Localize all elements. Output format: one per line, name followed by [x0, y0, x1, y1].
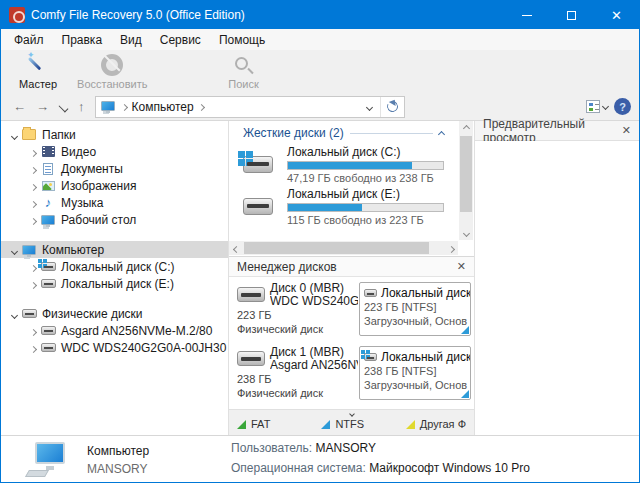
tree-section-computer[interactable]: Компьютер	[1, 241, 228, 258]
disk-row-0[interactable]: Диск 0 (MBR) WDC WDS240G2G0 223 ГБ Физич…	[235, 282, 468, 336]
hard-disks-header[interactable]: Жесткие диски (2)	[243, 126, 344, 140]
history-chevron-icon[interactable]	[55, 102, 72, 112]
scroll-up-icon[interactable]	[459, 121, 473, 135]
menu-help[interactable]: Помощь	[210, 30, 274, 50]
close-icon[interactable]: ✕	[622, 124, 631, 137]
chevron-collapsed-icon[interactable]	[26, 179, 40, 193]
tree-item-label[interactable]: Музыка	[61, 196, 103, 210]
tree-item-pictures[interactable]: Изображения	[1, 177, 228, 194]
tree-item-documents[interactable]: Документы	[1, 160, 228, 177]
folder-icon	[21, 128, 37, 142]
scroll-right-icon[interactable]	[444, 241, 458, 255]
tree-item-label[interactable]: Видео	[61, 145, 96, 159]
tree-item-music[interactable]: ♪ Музыка	[1, 194, 228, 211]
chevron-collapsed-icon[interactable]	[26, 341, 40, 355]
chevron-expanded-icon[interactable]	[7, 307, 21, 321]
menu-file[interactable]: Файл	[5, 30, 53, 50]
view-options-caret-icon	[602, 103, 609, 110]
wizard-button[interactable]: Мастер	[9, 51, 67, 92]
breadcrumb[interactable]: Компьютер	[132, 100, 194, 114]
tree-section-label[interactable]: Папки	[42, 128, 76, 142]
partition-size: 238 ГБ [NTFS]	[364, 364, 466, 378]
collapse-legend-icon[interactable]	[338, 410, 366, 417]
drive-free-space: 115 ГБ свободно из 223 ГБ	[287, 214, 444, 226]
menu-edit[interactable]: Правка	[53, 30, 112, 50]
partition-name: Локальный диск (	[381, 286, 471, 300]
other-fs-color-swatch	[406, 420, 415, 429]
vertical-scrollbar[interactable]	[459, 121, 473, 240]
menu-service[interactable]: Сервис	[151, 30, 210, 50]
tree-item-label[interactable]: Локальный диск (E:)	[61, 277, 174, 291]
scrollbar-thumb[interactable]	[244, 242, 429, 254]
tree-item-label[interactable]: WDC WDS240G2G0A-00JH30	[61, 341, 226, 355]
disk-row-1[interactable]: Диск 1 (MBR) Asgard AN256NVM 238 ГБ Физи…	[235, 346, 468, 400]
close-icon[interactable]: ✕	[457, 260, 466, 273]
up-icon[interactable]: ↑	[74, 99, 89, 114]
tree-section-label[interactable]: Физические диски	[42, 307, 143, 321]
ntfs-corner-marker	[461, 326, 469, 334]
tree-section-folders[interactable]: Папки	[1, 126, 228, 143]
disk-type: Физический диск	[237, 322, 359, 336]
recover-button-label: Восстановить	[77, 78, 147, 90]
preview-content	[475, 141, 639, 435]
tree-section-label[interactable]: Компьютер	[42, 243, 104, 257]
chevron-collapsed-icon[interactable]	[26, 196, 40, 210]
partition-box-1[interactable]: Локальный диск ( 238 ГБ [NTFS] Загрузочн…	[359, 346, 471, 400]
horizontal-scrollbar[interactable]	[229, 241, 458, 255]
chevron-expanded-icon[interactable]	[7, 128, 21, 142]
scroll-down-icon[interactable]	[459, 226, 473, 240]
chevron-collapsed-icon[interactable]	[26, 324, 40, 338]
drive-item-e[interactable]: Локальный диск (E:) 115 ГБ свободно из 2…	[229, 186, 444, 226]
tree-item-label[interactable]: Рабочий стол	[61, 213, 136, 227]
tree-item-physical-disk-asgard[interactable]: Asgard AN256NVMe-M.2/80	[1, 322, 228, 339]
forward-icon[interactable]: →	[32, 99, 53, 114]
tree-section-physical-disks[interactable]: Физические диски	[1, 305, 228, 322]
computer-icon	[27, 442, 67, 478]
tree-item-label[interactable]: Изображения	[61, 179, 136, 193]
tree-item-desktop[interactable]: Рабочий стол	[1, 211, 228, 228]
back-icon[interactable]: ←	[9, 99, 30, 114]
tree-item-label[interactable]: Документы	[61, 162, 123, 176]
pictures-icon	[40, 179, 56, 193]
tree-item-physical-disk-wdc[interactable]: WDC WDS240G2G0A-00JH30	[1, 339, 228, 356]
tree-item-video[interactable]: Видео	[1, 143, 228, 160]
chevron-expanded-icon[interactable]	[7, 243, 21, 257]
minimize-button[interactable]	[504, 1, 549, 29]
partition-size: 223 ГБ [NTFS]	[364, 300, 466, 314]
legend-other: Другая Ф	[406, 418, 466, 430]
maximize-button[interactable]	[549, 1, 594, 29]
title-bar: Comfy File Recovery 5.0 (Office Edition)…	[1, 1, 639, 29]
tree-item-disk-c[interactable]: Локальный диск (C:)	[1, 258, 228, 275]
partition-flags: Загрузочный, Основ	[364, 314, 466, 328]
partition-box-0[interactable]: Локальный диск ( 223 ГБ [NTFS] Загрузочн…	[359, 282, 471, 336]
chevron-collapsed-icon[interactable]	[26, 213, 40, 227]
refresh-icon[interactable]	[380, 97, 404, 117]
collapse-section-icon[interactable]	[439, 126, 444, 140]
address-dropdown-icon[interactable]	[360, 101, 380, 112]
close-button[interactable]: ✕	[594, 1, 639, 29]
tree-item-label[interactable]: Asgard AN256NVMe-M.2/80	[61, 324, 212, 338]
system-disk-icon	[364, 353, 377, 361]
drive-name[interactable]: Локальный диск (C:)	[287, 145, 444, 159]
recover-button[interactable]: Восстановить	[67, 51, 157, 92]
tree-item-disk-e[interactable]: Локальный диск (E:)	[1, 275, 228, 292]
scrollbar-thumb[interactable]	[460, 136, 472, 212]
search-button[interactable]: Поиск	[216, 51, 272, 92]
user-label: Пользователь:	[231, 441, 312, 455]
video-icon	[40, 145, 56, 159]
drive-name[interactable]: Локальный диск (E:)	[287, 187, 444, 201]
view-options-button[interactable]	[586, 100, 608, 113]
system-disk-icon	[243, 156, 273, 173]
chevron-collapsed-icon[interactable]	[26, 162, 40, 176]
crumb-chevron-icon[interactable]	[194, 101, 209, 112]
menu-view[interactable]: Вид	[111, 30, 151, 50]
scroll-left-icon[interactable]	[229, 241, 243, 255]
address-input[interactable]: Компьютер	[95, 96, 405, 118]
tree-item-label[interactable]: Локальный диск (C:)	[61, 260, 175, 274]
help-icon[interactable]: ?	[614, 98, 631, 115]
chevron-collapsed-icon[interactable]	[26, 277, 40, 291]
disk-manager-panel: Менеджер дисков ✕ Диск 0 (MBR) WDC WDS24…	[229, 257, 474, 435]
main-area: Папки Видео Документы Изображения ♪ Музы…	[1, 121, 639, 435]
chevron-collapsed-icon[interactable]	[26, 145, 40, 159]
drive-item-c[interactable]: Локальный диск (C:) 47,19 ГБ свободно из…	[229, 144, 444, 184]
